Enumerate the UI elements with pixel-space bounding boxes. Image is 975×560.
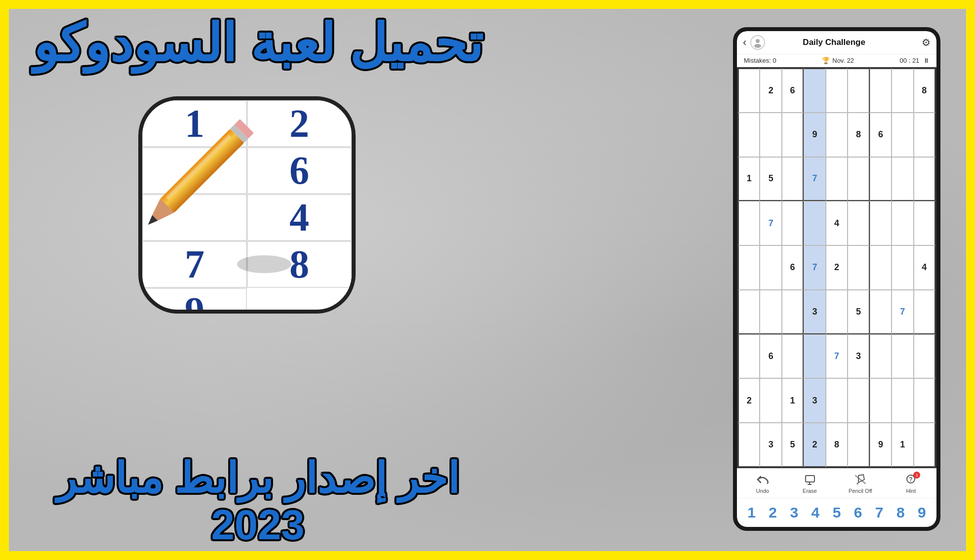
sudoku-cell[interactable]: 3 [848,334,869,379]
sudoku-cell[interactable] [826,113,848,157]
sudoku-cell[interactable] [738,334,760,379]
sudoku-cell[interactable] [738,68,760,113]
sudoku-cell[interactable] [760,378,781,423]
sudoku-cell[interactable] [914,201,935,245]
sudoku-cell[interactable]: 7 [826,334,848,379]
sudoku-cell[interactable] [738,290,760,334]
settings-icon[interactable]: ⚙ [922,37,931,48]
undo-label: Undo [756,488,769,494]
sudoku-cell[interactable] [804,201,825,245]
sudoku-cell[interactable] [848,378,869,423]
sudoku-cell[interactable] [892,157,913,201]
sudoku-cell[interactable] [870,378,892,423]
sudoku-cell[interactable] [782,334,804,379]
sudoku-cell[interactable] [914,113,935,157]
pencil-button[interactable]: Pencil Off [849,473,872,494]
sudoku-cell[interactable] [760,113,781,157]
sudoku-cell[interactable]: 1 [892,423,913,467]
num-9[interactable]: 9 [918,504,926,521]
sudoku-cell[interactable] [870,68,892,113]
sudoku-cell[interactable]: 8 [914,68,935,113]
sudoku-cell[interactable]: 8 [826,423,848,467]
back-icon[interactable]: ‹ [743,36,746,49]
sudoku-cell[interactable]: 6 [782,68,804,113]
num-8[interactable]: 8 [896,504,905,521]
sudoku-cell[interactable] [914,378,935,423]
sudoku-cell[interactable] [870,245,892,290]
sudoku-cell[interactable] [826,290,848,334]
sudoku-cell[interactable]: 2 [760,68,781,113]
sudoku-cell[interactable] [782,290,804,334]
sudoku-cell[interactable] [848,245,869,290]
sudoku-cell[interactable]: 1 [782,378,804,423]
sudoku-cell[interactable] [892,201,913,245]
sudoku-cell[interactable] [804,334,825,379]
sudoku-cell[interactable]: 4 [914,245,935,290]
sudoku-cell[interactable] [870,290,892,334]
sudoku-grid[interactable]: 268986157746724357673213352891 [737,67,936,468]
pause-icon[interactable]: ⏸ [923,57,930,64]
sudoku-cell[interactable] [892,334,913,379]
sudoku-cell[interactable] [738,245,760,290]
sudoku-cell[interactable]: 2 [804,423,825,467]
sudoku-cell[interactable] [760,245,781,290]
num-4[interactable]: 4 [812,504,820,521]
sudoku-cell[interactable]: 7 [892,290,913,334]
sudoku-cell[interactable]: 3 [804,378,825,423]
hint-label: Hint [906,488,916,494]
num-2[interactable]: 2 [769,504,777,521]
sudoku-cell[interactable] [738,113,760,157]
sudoku-cell[interactable]: 3 [804,290,825,334]
sudoku-cell[interactable]: 8 [848,113,869,157]
sudoku-cell[interactable] [892,113,913,157]
sudoku-cell[interactable] [914,157,935,201]
num-1[interactable]: 1 [747,504,756,521]
sudoku-cell[interactable] [826,378,848,423]
sudoku-cell[interactable]: 6 [760,334,781,379]
sudoku-cell[interactable] [826,157,848,201]
num-5[interactable]: 5 [833,504,841,521]
sudoku-cell[interactable] [804,68,825,113]
sudoku-cell[interactable] [782,113,804,157]
sudoku-cell[interactable] [914,423,935,467]
sudoku-cell[interactable] [848,157,869,201]
sudoku-cell[interactable] [870,201,892,245]
sudoku-cell[interactable] [914,290,935,334]
erase-button[interactable]: Erase [801,473,818,494]
sudoku-cell[interactable] [738,201,760,245]
sudoku-cell[interactable] [914,334,935,379]
sudoku-cell[interactable]: 6 [870,113,892,157]
sudoku-cell[interactable]: 5 [848,290,869,334]
sudoku-cell[interactable]: 7 [760,201,781,245]
sudoku-cell[interactable]: 4 [826,201,848,245]
sudoku-cell[interactable] [892,378,913,423]
sudoku-cell[interactable]: 1 [738,157,760,201]
sudoku-cell[interactable] [870,157,892,201]
sudoku-cell[interactable] [870,334,892,379]
sudoku-cell[interactable]: 9 [870,423,892,467]
num-7[interactable]: 7 [875,504,884,521]
sudoku-cell[interactable] [892,245,913,290]
num-3[interactable]: 3 [790,504,798,521]
sudoku-cell[interactable] [848,201,869,245]
sudoku-cell[interactable] [782,157,804,201]
sudoku-cell[interactable]: 5 [782,423,804,467]
sudoku-cell[interactable]: 6 [782,245,804,290]
hint-button[interactable]: ? 1 Hint [902,473,919,494]
sudoku-cell[interactable] [848,423,869,467]
undo-button[interactable]: Undo [754,473,771,494]
sudoku-cell[interactable] [738,423,760,467]
sudoku-cell[interactable] [892,68,913,113]
sudoku-cell[interactable]: 9 [804,113,825,157]
sudoku-cell[interactable]: 5 [760,157,781,201]
sudoku-cell[interactable]: 7 [804,245,825,290]
num-6[interactable]: 6 [854,504,862,521]
sudoku-cell[interactable]: 3 [760,423,781,467]
sudoku-cell[interactable] [826,68,848,113]
sudoku-cell[interactable]: 7 [804,157,825,201]
sudoku-cell[interactable] [760,290,781,334]
sudoku-cell[interactable] [848,68,869,113]
sudoku-cell[interactable]: 2 [826,245,848,290]
sudoku-cell[interactable] [782,201,804,245]
sudoku-cell[interactable]: 2 [738,378,760,423]
